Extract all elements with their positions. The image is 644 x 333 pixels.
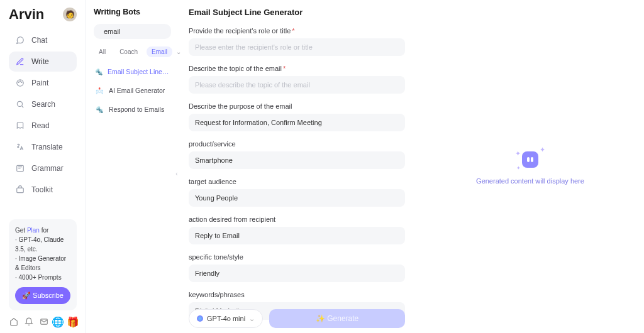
sidebar-left: Arvin 🧑 Chat Write Paint Search Rea [0, 0, 86, 333]
svg-point-2 [19, 81, 20, 82]
role-label: Provide the recipient's role or title* [189, 27, 405, 35]
generate-button[interactable]: ✨ Generate [269, 309, 405, 328]
nav-label: Grammar [31, 164, 64, 173]
bot-item-subject-line[interactable]: 🔩 Email Subject Line Gen... [94, 63, 171, 80]
translate-icon [15, 142, 25, 152]
avatar[interactable]: 🧑 [63, 8, 77, 21]
nav-chat[interactable]: Chat [9, 30, 77, 50]
gift-icon[interactable]: 🎁 [68, 317, 78, 327]
nav-toolkit[interactable]: Toolkit [9, 180, 77, 200]
subscribe-button[interactable]: 🚀 Subscribe [15, 287, 70, 304]
nav-label: Write [31, 57, 49, 66]
nav-label: Toolkit [31, 185, 53, 194]
bots-panel: Writing Bots All Coach Email ⌄ 🔩 Email S… [86, 0, 177, 333]
tone-input[interactable] [189, 265, 405, 282]
nav-label: Translate [31, 143, 63, 151]
read-icon [15, 121, 25, 131]
brand-logo: Arvin [9, 6, 44, 23]
grammar-icon [15, 163, 25, 173]
audience-label: target audience [189, 178, 405, 185]
nav-label: Search [31, 100, 55, 109]
plan-suffix: for [40, 227, 48, 234]
action-label: action desired from recipient [189, 216, 405, 223]
model-label: GPT-4o mini [207, 315, 245, 322]
primary-nav: Chat Write Paint Search Read Translate [9, 30, 77, 200]
purpose-input[interactable] [189, 114, 405, 131]
nav-search[interactable]: Search [9, 94, 77, 114]
output-placeholder-text: Generated content will display here [476, 177, 584, 185]
plan-promo: Get Plan for · GPT-4o, Claude 3.5, etc. … [9, 219, 77, 310]
role-input[interactable] [189, 38, 405, 56]
bot-label: AI Email Generator [109, 87, 165, 94]
action-input[interactable] [189, 227, 405, 244]
bot-icon: 🔩 [95, 67, 103, 76]
mail-icon[interactable] [39, 317, 49, 327]
model-dot-icon [197, 315, 203, 322]
bots-search[interactable] [94, 24, 171, 39]
bell-icon[interactable] [24, 317, 34, 327]
keywords-label: keywords/phrases [189, 291, 405, 298]
paint-icon [15, 78, 25, 88]
product-input[interactable] [189, 151, 405, 169]
toolkit-icon [15, 185, 25, 195]
nav-grammar[interactable]: Grammar [9, 158, 77, 178]
model-select[interactable]: GPT-4o mini ⌄ [189, 309, 263, 328]
nav-label: Paint [31, 79, 48, 87]
bot-label: Email Subject Line Gen... [108, 68, 170, 75]
product-label: product/service [189, 140, 405, 148]
topic-label: Describe the topic of the email* [189, 65, 405, 72]
bot-label: Respond to Emails [109, 106, 164, 113]
plan-line: · GPT-4o, Claude 3.5, etc. [15, 235, 70, 254]
plan-link[interactable]: Plan [27, 227, 40, 234]
nav-label: Read [31, 121, 50, 130]
nav-write[interactable]: Write [9, 52, 77, 72]
bot-icon: 🔩 [95, 105, 104, 114]
output-placeholder-icon: ✦ ✦ ✦ [519, 148, 541, 171]
tab-all[interactable]: All [94, 46, 111, 57]
form-panel: ‹ Email Subject Line Generator Provide t… [177, 0, 416, 333]
write-icon [15, 57, 25, 67]
plan-prefix: Get [15, 227, 27, 234]
nav-paint[interactable]: Paint [9, 73, 77, 93]
form-title: Email Subject Line Generator [189, 8, 405, 17]
audience-input[interactable] [189, 189, 405, 207]
plan-line: · 4000+ Prompts [15, 273, 70, 282]
tone-label: specific tone/style [189, 253, 405, 261]
bot-item-ai-email[interactable]: 📩 AI Email Generator [94, 82, 171, 99]
search-icon [15, 99, 25, 109]
nav-read[interactable]: Read [9, 116, 77, 136]
plan-line: · Image Generator & Editors [15, 254, 70, 273]
nav-label: Chat [31, 36, 47, 45]
bot-icon: 📩 [95, 86, 104, 95]
nav-translate[interactable]: Translate [9, 137, 77, 157]
topic-input[interactable] [189, 76, 405, 94]
chat-icon [15, 35, 25, 45]
svg-point-4 [17, 101, 22, 106]
purpose-label: Describe the purpose of the email [189, 102, 405, 110]
bots-title: Writing Bots [94, 8, 171, 16]
collapse-handle[interactable]: ‹ [174, 166, 180, 180]
tab-coach[interactable]: Coach [114, 46, 143, 57]
home-icon[interactable] [9, 317, 19, 327]
svg-rect-6 [17, 188, 24, 193]
chevron-down-icon: ⌄ [249, 315, 255, 323]
svg-point-1 [18, 82, 19, 82]
tab-email[interactable]: Email [147, 46, 172, 57]
bot-item-respond[interactable]: 🔩 Respond to Emails [94, 101, 171, 117]
svg-point-3 [21, 82, 22, 82]
chrome-icon[interactable]: 🌐 [53, 317, 63, 327]
output-panel: ✦ ✦ ✦ Generated content will display her… [416, 0, 644, 333]
